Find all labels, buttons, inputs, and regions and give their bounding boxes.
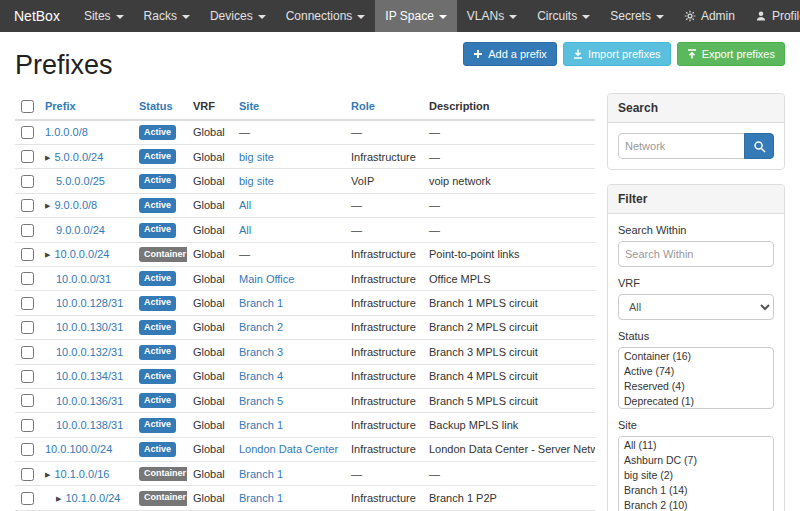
search-input[interactable] xyxy=(618,133,745,159)
site-link[interactable]: Main Office xyxy=(239,273,294,285)
add-prefix-button[interactable]: Add a prefix xyxy=(463,42,557,66)
row-checkbox[interactable] xyxy=(21,492,34,505)
nav-item-circuits[interactable]: Circuits xyxy=(527,0,600,32)
listbox-option[interactable]: big site (2) xyxy=(619,467,773,482)
row-checkbox[interactable] xyxy=(21,321,34,334)
prefix-link[interactable]: 10.0.0.0/24 xyxy=(54,248,109,260)
nav-item-admin[interactable]: Admin xyxy=(674,0,745,32)
row-checkbox[interactable] xyxy=(21,443,34,456)
status-listbox[interactable]: Container (16)Active (74)Reserved (4)Dep… xyxy=(618,347,774,409)
prefix-link[interactable]: 10.0.0.128/31 xyxy=(56,297,123,309)
row-checkbox[interactable] xyxy=(21,150,34,163)
prefix-link[interactable]: 10.0.0.138/31 xyxy=(56,419,123,431)
site-link[interactable]: All xyxy=(239,224,251,236)
site-link[interactable]: Branch 1 xyxy=(239,492,283,504)
row-checkbox[interactable] xyxy=(21,199,34,212)
import-prefixes-button[interactable]: Import prefixes xyxy=(563,42,671,66)
nav-item-ip-space[interactable]: IP Space xyxy=(375,0,456,32)
description-value: Branch 4 MPLS circuit xyxy=(423,364,595,388)
prefix-link[interactable]: 10.0.0.136/31 xyxy=(56,395,123,407)
row-checkbox[interactable] xyxy=(21,126,34,139)
site-link[interactable]: Branch 5 xyxy=(239,395,283,407)
prefix-link[interactable]: 10.1.0.0/24 xyxy=(65,492,120,504)
nav-label: Connections xyxy=(286,9,353,23)
nav-item-racks[interactable]: Racks xyxy=(134,0,200,32)
expand-arrow-icon[interactable]: ▶ xyxy=(45,471,50,478)
filter-panel: Filter Search Within VRF All Status Cont… xyxy=(607,184,785,511)
listbox-option[interactable]: Ashburn DC (7) xyxy=(619,452,773,467)
site-link[interactable]: All xyxy=(239,199,251,211)
row-checkbox[interactable] xyxy=(21,248,34,261)
col-header-description: Description xyxy=(423,93,595,120)
prefix-link[interactable]: 10.0.0.0/31 xyxy=(56,273,111,285)
vrf-select[interactable]: All xyxy=(618,294,774,320)
expand-arrow-icon[interactable]: ▶ xyxy=(45,202,50,209)
prefix-link[interactable]: 10.1.0.0/16 xyxy=(54,468,109,480)
expand-arrow-icon[interactable]: ▶ xyxy=(45,154,50,161)
row-checkbox[interactable] xyxy=(21,370,34,383)
site-listbox[interactable]: All (11)Ashburn DC (7)big site (2)Branch… xyxy=(618,436,774,511)
prefix-link[interactable]: 5.0.0.0/25 xyxy=(56,175,105,187)
nav-item-secrets[interactable]: Secrets xyxy=(600,0,674,32)
site-link[interactable]: Branch 4 xyxy=(239,370,283,382)
site-link[interactable]: big site xyxy=(239,151,274,163)
listbox-option[interactable]: All (11) xyxy=(619,437,773,452)
prefix-link[interactable]: 9.0.0.0/24 xyxy=(56,224,105,236)
prefix-link[interactable]: 5.0.0.0/24 xyxy=(54,151,103,163)
table-row: 10.0.0.128/31ActiveGlobalBranch 1Infrast… xyxy=(15,291,595,315)
col-header-site[interactable]: Site xyxy=(233,93,345,120)
listbox-option[interactable]: Branch 2 (10) xyxy=(619,497,773,511)
prefix-link[interactable]: 10.0.0.132/31 xyxy=(56,346,123,358)
description-value: Branch 3 MPLS circuit xyxy=(423,340,595,364)
row-checkbox[interactable] xyxy=(21,272,34,285)
site-link[interactable]: Branch 3 xyxy=(239,346,283,358)
site-link[interactable]: Branch 1 xyxy=(239,468,283,480)
search-within-input[interactable] xyxy=(618,241,774,267)
site-link[interactable]: Branch 1 xyxy=(239,297,283,309)
empty-dash: — xyxy=(429,224,440,236)
nav-item-profile[interactable]: Profile xyxy=(745,0,800,32)
listbox-option[interactable]: Branch 1 (14) xyxy=(619,482,773,497)
expand-arrow-icon[interactable]: ▶ xyxy=(45,251,50,258)
select-all-checkbox[interactable] xyxy=(21,100,34,113)
brand[interactable]: NetBox xyxy=(0,0,74,32)
nav-item-connections[interactable]: Connections xyxy=(276,0,376,32)
prefix-link[interactable]: 9.0.0.0/8 xyxy=(54,199,97,211)
listbox-option[interactable]: Reserved (4) xyxy=(619,378,773,393)
description-value: — xyxy=(423,144,595,168)
status-badge: Active xyxy=(139,174,176,189)
site-link[interactable]: Branch 2 xyxy=(239,321,283,333)
row-checkbox[interactable] xyxy=(21,419,34,432)
site-link[interactable]: Branch 1 xyxy=(239,419,283,431)
vrf-value: Global xyxy=(187,144,233,168)
col-header-status[interactable]: Status xyxy=(133,93,187,120)
col-header-prefix[interactable]: Prefix xyxy=(39,93,133,120)
caret-down-icon xyxy=(509,15,517,19)
row-checkbox[interactable] xyxy=(21,468,34,481)
role-value: Infrastructure xyxy=(345,364,423,388)
listbox-option[interactable]: Active (74) xyxy=(619,363,773,378)
button-label: Import prefixes xyxy=(588,47,661,61)
export-prefixes-button[interactable]: Export prefixes xyxy=(677,42,785,66)
listbox-option[interactable]: Deprecated (1) xyxy=(619,393,773,408)
prefix-link[interactable]: 10.0.0.134/31 xyxy=(56,370,123,382)
vrf-value: Global xyxy=(187,340,233,364)
nav-item-vlans[interactable]: VLANs xyxy=(457,0,527,32)
prefix-link[interactable]: 10.0.0.130/31 xyxy=(56,321,123,333)
site-link[interactable]: big site xyxy=(239,175,274,187)
row-checkbox[interactable] xyxy=(21,224,34,237)
nav-item-devices[interactable]: Devices xyxy=(200,0,276,32)
prefix-link[interactable]: 1.0.0.0/8 xyxy=(45,126,88,138)
row-checkbox[interactable] xyxy=(21,297,34,310)
row-checkbox[interactable] xyxy=(21,346,34,359)
prefix-link[interactable]: 10.0.100.0/24 xyxy=(45,443,112,455)
row-checkbox[interactable] xyxy=(21,394,34,407)
nav-item-sites[interactable]: Sites xyxy=(74,0,134,32)
table-row: ▶10.0.0.0/24ContainerGlobal—Infrastructu… xyxy=(15,242,595,266)
row-checkbox[interactable] xyxy=(21,175,34,188)
search-button[interactable] xyxy=(744,133,774,159)
listbox-option[interactable]: Container (16) xyxy=(619,348,773,363)
expand-arrow-icon[interactable]: ▶ xyxy=(56,495,61,502)
col-header-role[interactable]: Role xyxy=(345,93,423,120)
site-link[interactable]: London Data Center xyxy=(239,443,338,455)
